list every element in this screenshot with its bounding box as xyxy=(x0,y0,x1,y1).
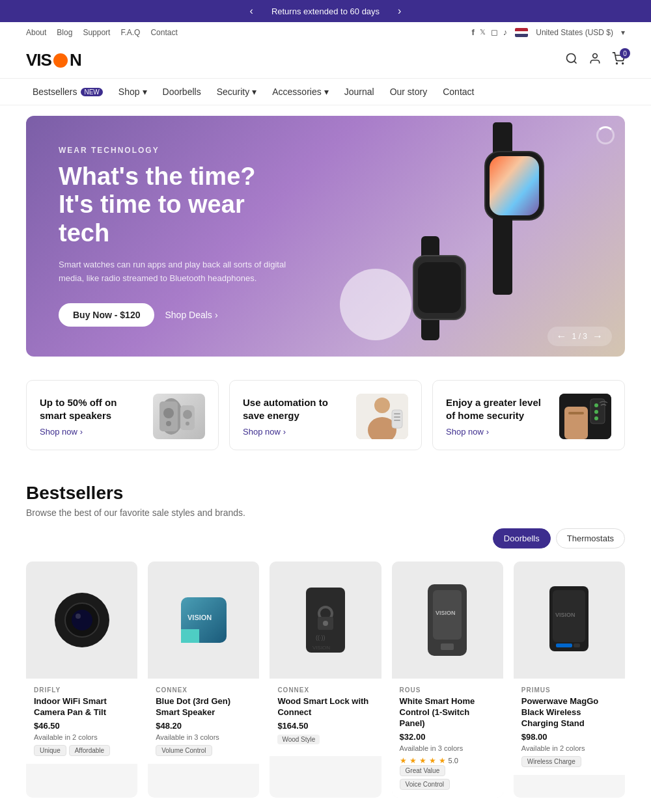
product-brand-2: CONNEX xyxy=(156,686,251,694)
speaker-product-image: VISION xyxy=(171,588,236,653)
svg-point-37 xyxy=(76,614,81,619)
product-stars-4: ★ ★ ★ ★ ★ 5.0 xyxy=(400,756,495,765)
svg-point-32 xyxy=(594,410,598,414)
utility-faq[interactable]: F.A.Q xyxy=(120,28,140,37)
tiktok-icon[interactable] xyxy=(503,27,508,37)
cart-button[interactable]: 0 xyxy=(612,52,625,68)
product-image-area-5: VISION xyxy=(514,562,625,679)
product-price-4: $32.00 xyxy=(400,732,495,742)
slide-prev-btn[interactable]: ← xyxy=(557,331,567,342)
svg-rect-54 xyxy=(556,643,572,647)
main-nav: Bestsellers NEW Shop ▾ Doorbells Securit… xyxy=(0,79,651,105)
svg-rect-28 xyxy=(564,407,588,439)
svg-rect-7 xyxy=(490,156,539,215)
hero-image-area xyxy=(296,116,625,357)
shop-deals-button[interactable]: Shop Deals › xyxy=(165,310,217,320)
twitter-icon[interactable] xyxy=(480,27,486,37)
svg-text:VISION: VISION xyxy=(436,610,456,616)
svg-point-12 xyxy=(340,269,411,340)
product-card-control[interactable]: VISION ROUS White Smart Home Control (1-… xyxy=(392,562,503,798)
bestsellers-header: Bestsellers Browse the best of our favor… xyxy=(26,483,625,518)
svg-rect-25 xyxy=(394,416,400,418)
nav-ourstory[interactable]: Our story xyxy=(383,79,434,105)
svg-point-4 xyxy=(622,63,624,64)
product-image-area-2: VISION xyxy=(148,562,259,679)
product-price-5: $98.00 xyxy=(521,732,617,742)
svg-rect-8 xyxy=(493,217,512,295)
flag-icon xyxy=(515,28,528,37)
product-price-1: $46.50 xyxy=(34,721,130,731)
star-5: ★ xyxy=(439,756,446,765)
svg-rect-23 xyxy=(392,410,402,428)
product-card-speaker[interactable]: VISION CONNEX Blue Dot (3rd Gen) Smart S… xyxy=(148,562,259,798)
shop-chevron-icon: ▾ xyxy=(143,87,147,97)
utility-nav: About Blog Support F.A.Q Contact United … xyxy=(0,22,651,42)
tag-wireless-charge: Wireless Charge xyxy=(521,756,581,767)
tag-volume-control: Volume Control xyxy=(156,745,212,756)
utility-right: United States (USD $) ▾ xyxy=(471,27,625,37)
announcement-text: Returns extended to 60 days xyxy=(271,7,380,16)
svg-point-19 xyxy=(186,422,189,426)
site-logo[interactable]: VISN xyxy=(26,50,81,70)
main-header: VISN 0 xyxy=(0,42,651,79)
svg-point-16 xyxy=(166,421,171,426)
instagram-icon[interactable] xyxy=(491,27,498,37)
announcement-prev-btn[interactable]: ‹ xyxy=(245,5,258,17)
cart-count-badge: 0 xyxy=(620,48,630,59)
promo-card-3-content: Enjoy a greater level of home security S… xyxy=(446,396,551,437)
account-button[interactable] xyxy=(589,52,602,68)
svg-point-21 xyxy=(374,398,390,413)
promo-card-2-link[interactable]: Shop now › xyxy=(243,427,348,437)
product-tags-1: Unique Affordable xyxy=(34,745,130,756)
star-1: ★ xyxy=(400,756,407,765)
product-tags-5: Wireless Charge xyxy=(521,756,617,767)
product-card-lock[interactable]: ((·)) VISION CONNEX Wood Smart Lock with… xyxy=(270,562,381,798)
security-chevron-icon: ▾ xyxy=(252,87,256,97)
svg-text:((·)): ((·)) xyxy=(316,634,326,641)
product-name-1: Indoor WiFi Smart Camera Pan & Tilt xyxy=(34,696,130,718)
announcement-next-btn[interactable]: › xyxy=(393,5,406,17)
facebook-icon[interactable] xyxy=(471,27,474,37)
utility-blog[interactable]: Blog xyxy=(57,28,72,37)
star-3: ★ xyxy=(419,756,426,765)
product-info-2: CONNEX Blue Dot (3rd Gen) Smart Speaker … xyxy=(148,679,259,764)
product-name-4: White Smart Home Control (1-Switch Panel… xyxy=(400,696,495,729)
nav-accessories[interactable]: Accessories ▾ xyxy=(266,79,335,105)
product-card-charger[interactable]: VISION PRIMUS Powerwave MagGo Black Wire… xyxy=(514,562,625,798)
currency-selector[interactable]: United States (USD $) xyxy=(536,28,613,37)
utility-links: About Blog Support F.A.Q Contact xyxy=(26,28,178,37)
security-svg xyxy=(559,394,611,439)
utility-about[interactable]: About xyxy=(26,28,46,37)
search-button[interactable] xyxy=(565,52,578,68)
filter-doorbells-btn[interactable]: Doorbells xyxy=(493,528,551,548)
person-svg xyxy=(356,394,408,439)
svg-rect-26 xyxy=(394,420,400,421)
nav-security[interactable]: Security ▾ xyxy=(210,79,264,105)
promo-card-security: Enjoy a greater level of home security S… xyxy=(432,380,625,450)
product-image-area-1 xyxy=(26,562,137,679)
promo-card-1-content: Up to 50% off on smart speakers Shop now… xyxy=(40,396,145,437)
product-card-camera[interactable]: DRIFLY Indoor WiFi Smart Camera Pan & Ti… xyxy=(26,562,137,798)
slide-counter: 1 / 3 xyxy=(572,332,587,341)
filter-thermostats-btn[interactable]: Thermostats xyxy=(556,528,625,548)
promo-card-2-title: Use automation to save energy xyxy=(243,396,348,422)
utility-contact[interactable]: Contact xyxy=(150,28,177,37)
star-4: ★ xyxy=(429,756,436,765)
product-name-5: Powerwave MagGo Black Wireless Charging … xyxy=(521,696,617,729)
nav-shop[interactable]: Shop ▾ xyxy=(112,79,154,105)
star-count-4: 5.0 xyxy=(449,757,458,765)
svg-rect-55 xyxy=(574,643,580,647)
nav-journal[interactable]: Journal xyxy=(338,79,381,105)
slide-next-btn[interactable]: → xyxy=(592,331,603,342)
nav-contact[interactable]: Contact xyxy=(436,79,480,105)
product-image-area-3: ((·)) VISION xyxy=(270,562,381,679)
promo-card-3-link[interactable]: Shop now › xyxy=(446,427,551,437)
svg-text:VISION: VISION xyxy=(312,645,330,651)
promo-card-1-link[interactable]: Shop now › xyxy=(40,427,145,437)
bestsellers-title: Bestsellers xyxy=(26,483,625,504)
nav-bestsellers[interactable]: Bestsellers NEW xyxy=(26,79,109,105)
utility-support[interactable]: Support xyxy=(83,28,110,37)
nav-doorbells[interactable]: Doorbells xyxy=(156,79,208,105)
buy-now-button[interactable]: Buy Now - $120 xyxy=(59,303,154,327)
product-colors-4: Available in 3 colors xyxy=(400,744,495,752)
